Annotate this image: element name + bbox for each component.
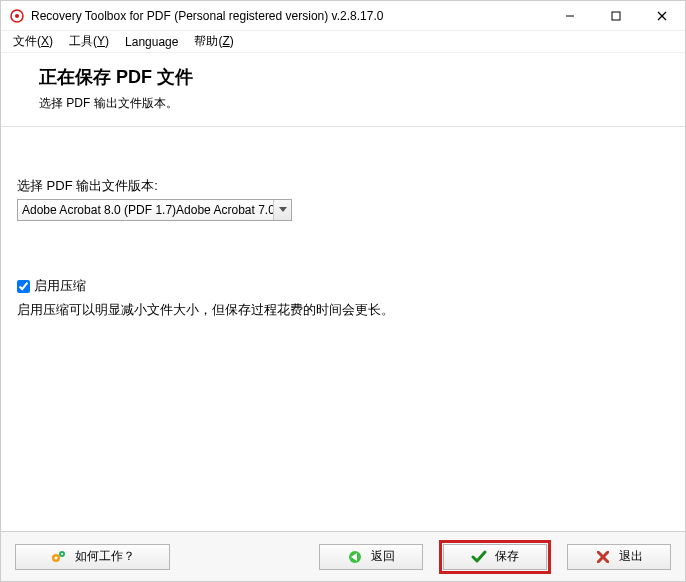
compress-checkbox[interactable] (17, 280, 30, 293)
menu-tools-accel: Y (97, 34, 105, 48)
page-subtitle: 选择 PDF 输出文件版本。 (39, 95, 673, 112)
menu-help[interactable]: 帮助(Z) (186, 31, 241, 52)
version-label: 选择 PDF 输出文件版本: (17, 177, 669, 195)
app-icon (9, 8, 25, 24)
svg-point-1 (15, 14, 19, 18)
menu-bar: 文件(X) 工具(Y) Language 帮助(Z) (1, 31, 685, 53)
how-it-works-label: 如何工作？ (75, 548, 135, 565)
window-controls (547, 1, 685, 30)
save-button-label: 保存 (495, 548, 519, 565)
svg-marker-6 (279, 207, 287, 212)
close-button[interactable] (639, 1, 685, 31)
content-area: 选择 PDF 输出文件版本: Adobe Acrobat 8.0 (PDF 1.… (1, 127, 685, 531)
menu-file-accel: X (41, 34, 49, 48)
menu-tools-label: 工具 (69, 34, 93, 48)
exit-button[interactable]: 退出 (567, 544, 671, 570)
svg-point-10 (61, 553, 63, 555)
back-button[interactable]: 返回 (319, 544, 423, 570)
how-it-works-button[interactable]: 如何工作？ (15, 544, 170, 570)
menu-help-accel: Z (222, 34, 229, 48)
menu-file-label: 文件 (13, 34, 37, 48)
chevron-down-icon[interactable] (273, 200, 291, 220)
minimize-button[interactable] (547, 1, 593, 31)
svg-point-8 (54, 556, 57, 559)
menu-help-label: 帮助 (194, 34, 218, 48)
maximize-button[interactable] (593, 1, 639, 31)
window-title: Recovery Toolbox for PDF (Personal regis… (31, 9, 547, 23)
page-title: 正在保存 PDF 文件 (39, 65, 673, 89)
version-select[interactable]: Adobe Acrobat 8.0 (PDF 1.7)Adobe Acrobat… (17, 199, 292, 221)
title-bar: Recovery Toolbox for PDF (Personal regis… (1, 1, 685, 31)
save-button[interactable]: 保存 (443, 544, 547, 570)
version-select-value: Adobe Acrobat 8.0 (PDF 1.7)Adobe Acrobat… (18, 203, 273, 217)
page-header: 正在保存 PDF 文件 选择 PDF 输出文件版本。 (1, 53, 685, 127)
exit-button-label: 退出 (619, 548, 643, 565)
compress-description: 启用压缩可以明显减小文件大小，但保存过程花费的时间会更长。 (17, 301, 669, 319)
back-arrow-icon (347, 549, 363, 565)
menu-language-label: Language (125, 35, 178, 49)
close-x-icon (595, 549, 611, 565)
checkmark-icon (471, 549, 487, 565)
compress-label: 启用压缩 (34, 277, 86, 295)
menu-tools[interactable]: 工具(Y) (61, 31, 117, 52)
menu-file[interactable]: 文件(X) (5, 31, 61, 52)
back-button-label: 返回 (371, 548, 395, 565)
menu-language[interactable]: Language (117, 33, 186, 51)
svg-rect-3 (612, 12, 620, 20)
footer-bar: 如何工作？ 返回 保存 退出 (1, 531, 685, 581)
gears-icon (51, 549, 67, 565)
